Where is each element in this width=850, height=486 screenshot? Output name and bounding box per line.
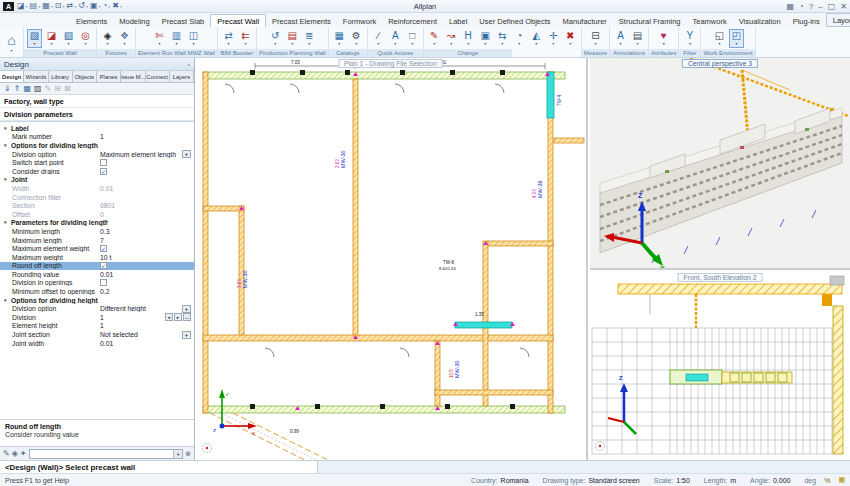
- quick-access-icon[interactable]: ◪: [17, 1, 28, 11]
- help-icon[interactable]: ?: [809, 2, 813, 11]
- quick-access-icon[interactable]: ◔: [102, 1, 110, 11]
- move-icon[interactable]: ⇆: [495, 29, 510, 48]
- palette-pin-icon[interactable]: ▫: [188, 61, 190, 68]
- parameter-row[interactable]: ▼ Division in openings ◂▸… ▾: [0, 279, 194, 288]
- measure-icon[interactable]: ⊟: [588, 29, 603, 48]
- ribbon-tab[interactable]: Visualization: [733, 15, 787, 27]
- value-input[interactable]: ▾: [29, 449, 184, 459]
- parameter-row[interactable]: ▼ Width 0.01 ◂▸… ▾: [0, 184, 194, 193]
- ribbon-tab[interactable]: Structural Framing: [613, 15, 687, 27]
- viewport-plan[interactable]: Plan 1 - Drawing File Selection: [195, 58, 588, 460]
- ribbon-tab[interactable]: Plug-ins: [787, 15, 826, 27]
- parameter-value[interactable]: 0.01: [100, 271, 191, 278]
- viewport-elevation[interactable]: Front, South Elevation 2: [590, 272, 850, 460]
- parameter-row[interactable]: ▼ Round off length ◂▸… ▾: [0, 262, 194, 271]
- dropdown-button[interactable]: ▾: [182, 150, 191, 158]
- input-close-icon[interactable]: ⊗: [185, 450, 191, 458]
- quick-access-icon[interactable]: ⊡: [55, 1, 65, 11]
- ribbon-tab[interactable]: Teamwork: [686, 15, 732, 27]
- print-plan-icon[interactable]: ▤: [285, 29, 300, 48]
- viewport-plan-title[interactable]: Plan 1 - Drawing File Selection: [338, 59, 443, 68]
- window-layout-icon[interactable]: ◰: [729, 29, 744, 48]
- attributes-icon[interactable]: ♥: [656, 29, 671, 48]
- line-icon[interactable]: ∕: [371, 29, 386, 48]
- parameter-value[interactable]: 0.2: [100, 288, 191, 295]
- parameters-icon[interactable]: ▦: [23, 84, 31, 94]
- parameter-row[interactable]: ▼ Element height 1 ◂▸… ▾: [0, 322, 194, 331]
- scale-value[interactable]: 1:50: [676, 477, 690, 484]
- restore-button[interactable]: ▢: [828, 2, 836, 11]
- checkbox[interactable]: [100, 279, 107, 286]
- draw-precast-wall-icon[interactable]: ▨: [27, 29, 42, 48]
- parameter-row[interactable]: ▼ Maximum length 7 ◂▸… ▾: [0, 236, 194, 245]
- dropdown-button[interactable]: ▾: [182, 305, 191, 313]
- chevron-down-icon[interactable]: ▼: [3, 126, 11, 131]
- palette-tab[interactable]: Issue M...: [121, 71, 145, 82]
- parameter-row[interactable]: ▼ Section 6801 ◂▸… ▾: [0, 201, 194, 210]
- palette-tab[interactable]: Connect: [146, 71, 170, 82]
- parameter-row[interactable]: ▼ Maximum element weight ◂▸… ▾: [0, 244, 194, 253]
- parameter-row[interactable]: ▼ Division option Different height ◂▸… ▾: [0, 304, 194, 313]
- input-point-assist-icon[interactable]: ◈: [12, 449, 18, 458]
- connect-icon[interactable]: ◔: [799, 2, 804, 11]
- checkbox[interactable]: [100, 168, 107, 175]
- parameter-value[interactable]: 6801: [100, 202, 191, 209]
- quick-access-icon[interactable]: ✖: [112, 1, 122, 11]
- rectangle-icon[interactable]: □: [405, 29, 420, 48]
- parameter-row[interactable]: ▼ Joint section Not selected ◂▸… ▾: [0, 330, 194, 339]
- viewport-perspective-title[interactable]: Central perspective 3: [682, 59, 758, 68]
- edit-precast-wall-icon[interactable]: ◪: [44, 29, 59, 48]
- parameter-value[interactable]: 10 t: [100, 254, 191, 261]
- ribbon-tab[interactable]: Precast Wall: [210, 14, 266, 27]
- annotation-text-icon[interactable]: A: [613, 29, 628, 48]
- parameter-value[interactable]: Different height: [100, 305, 182, 312]
- ribbon-tab[interactable]: Layout Editor: [826, 13, 850, 27]
- ribbon-tab[interactable]: User Defined Objects: [473, 15, 556, 27]
- parameter-row[interactable]: ▼ Minimum offset to openings 0.2 ◂▸… ▾: [0, 287, 194, 296]
- parameter-value[interactable]: Not selected: [100, 331, 182, 338]
- minimize-button[interactable]: –: [818, 2, 822, 11]
- parameter-value[interactable]: 0.3: [100, 228, 191, 235]
- parameter-row[interactable]: ▼ Parameters for dividing length ◂▸… ▾: [0, 219, 194, 228]
- active-tool-tab[interactable]: <Design (Wall)> Select precast wall: [0, 461, 318, 473]
- input-dropdown-icon[interactable]: ▾: [173, 450, 182, 458]
- add-disabled-icon[interactable]: ⊞: [54, 84, 61, 94]
- load-favorite-icon[interactable]: ⇓: [4, 84, 11, 94]
- parameter-row[interactable]: ▼ Connection filter ◂▸… ▾: [0, 193, 194, 202]
- quick-access-icon[interactable]: ↺: [78, 1, 88, 11]
- copy-icon[interactable]: ▣: [478, 29, 493, 48]
- parameter-value[interactable]: 7: [100, 237, 191, 244]
- drawing-type-value[interactable]: Standard screen: [588, 477, 639, 484]
- viewport-perspective[interactable]: Central perspective 3: [590, 58, 850, 270]
- mwz-wall-icon[interactable]: ◫: [186, 29, 201, 48]
- percent-icon[interactable]: %: [824, 477, 830, 484]
- parameter-row[interactable]: ▼ Mark number 1 ◂▸… ▾: [0, 133, 194, 142]
- layer-indicator-icon[interactable]: ▦: [838, 476, 845, 484]
- highlighted-elements[interactable]: [670, 370, 792, 384]
- pin-parameters-icon[interactable]: ▨: [34, 84, 42, 94]
- ribbon-tab[interactable]: Precast Elements: [266, 15, 337, 27]
- palette-tab[interactable]: Layers: [170, 71, 194, 82]
- ribbon-tab[interactable]: Precast Slab: [156, 15, 211, 27]
- filter-icon[interactable]: Y: [682, 29, 697, 48]
- rotate-plan-icon[interactable]: ↺: [268, 29, 283, 48]
- chevron-down-icon[interactable]: ▼: [3, 220, 11, 225]
- quick-access-icon[interactable]: ▣: [90, 1, 101, 11]
- rotate-icon[interactable]: ◔: [512, 29, 527, 48]
- parameter-value[interactable]: 0.01: [100, 185, 191, 192]
- save-favorite-icon[interactable]: ⇑: [14, 84, 21, 94]
- parameter-row[interactable]: ▼ Options for dividing length ◂▸… ▾: [0, 141, 194, 150]
- parameter-row[interactable]: ▼ Joint width 0.01 ◂▸… ▾: [0, 339, 194, 348]
- workspace-icon[interactable]: ◱: [712, 29, 727, 48]
- input-snap-icon[interactable]: ✦: [20, 449, 27, 458]
- parameter-row[interactable]: ▼ Maximum weight 10 t ◂▸… ▾: [0, 253, 194, 262]
- parameter-row[interactable]: ▼ Minimum length 0.3 ◂▸… ▾: [0, 227, 194, 236]
- stretch-icon[interactable]: ↝: [444, 29, 459, 48]
- viewport-elevation-title[interactable]: Front, South Elevation 2: [678, 273, 763, 282]
- quick-access-icon[interactable]: ⇄: [66, 1, 76, 11]
- parameter-row[interactable]: ▼ Division option Maximum element length…: [0, 150, 194, 159]
- fixture-icon[interactable]: ◈: [100, 29, 115, 48]
- parameter-value[interactable]: 1: [100, 322, 191, 329]
- bim-transfer-icon[interactable]: ⇄: [221, 29, 236, 48]
- quick-access-icon[interactable]: ▤: [30, 1, 41, 11]
